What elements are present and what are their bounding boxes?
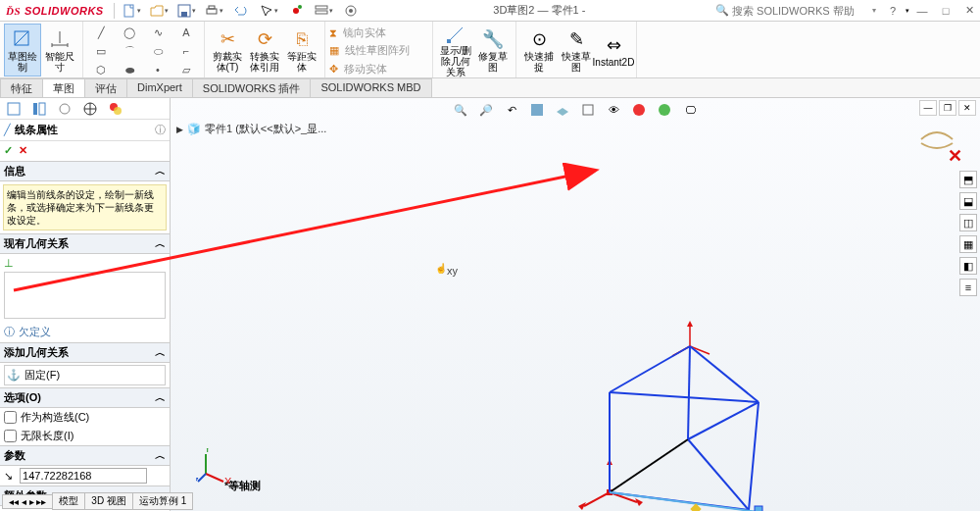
collapse-icon[interactable]: ︿ [155, 390, 166, 405]
help-button[interactable]: ? [882, 2, 904, 20]
section-view-button[interactable] [526, 100, 548, 120]
convert-button[interactable]: ⟳ 转换实 体引用 [246, 24, 283, 77]
slot-tool[interactable]: ⬬ [116, 61, 143, 78]
options-button[interactable]: ▾ [311, 1, 336, 21]
side-btn-1[interactable]: ⬒ [959, 171, 977, 188]
vp-restore[interactable]: ❐ [939, 100, 956, 116]
infinite-checkbox[interactable]: 无限长度(I) [0, 427, 170, 445]
mirror-button[interactable]: 镜向实体 [343, 26, 386, 40]
side-btn-5[interactable]: ◧ [959, 257, 977, 275]
smart-dimension-button[interactable]: 智能尺 寸 [41, 24, 78, 77]
rapid-sketch-button[interactable]: ✎ 快速草 图 [558, 24, 595, 77]
display-relations-button[interactable]: 显示/删 除几何 关系 [437, 24, 474, 77]
circle-tool[interactable]: ◯ [116, 24, 143, 41]
breadcrumb-arrow[interactable]: ▶ [176, 125, 183, 134]
open-button[interactable]: ▾ [146, 1, 172, 21]
panel-tab-config[interactable] [53, 99, 76, 119]
svg-rect-47 [755, 506, 762, 511]
panel-tab-feature-tree[interactable] [2, 99, 25, 119]
scene-button[interactable] [654, 100, 675, 120]
collapse-icon[interactable]: ︿ [155, 236, 166, 251]
arc-tool[interactable]: ⌒ [116, 42, 143, 60]
appearance-button[interactable] [628, 100, 650, 120]
view-orient-button[interactable] [552, 100, 573, 120]
breadcrumb-part[interactable]: 零件1 (默认<<默认>_显... [205, 122, 326, 136]
quick-snap-button[interactable]: ⊙ 快速捕 捉 [520, 24, 558, 77]
svg-text:X: X [224, 476, 231, 484]
tab-sketch[interactable]: 草图 [42, 78, 85, 97]
settings-button[interactable] [338, 1, 364, 21]
cancel-button[interactable]: ✕ [19, 144, 27, 158]
trim-button[interactable]: ✂ 剪裁实 体(T) [209, 24, 246, 77]
view-settings-button[interactable]: 🖵 [679, 100, 701, 120]
tab-dimxpert[interactable]: DimXpert [126, 78, 193, 97]
fillet-tool[interactable]: ⌐ [172, 42, 200, 60]
point-tool[interactable]: • [144, 61, 172, 78]
bottom-tab-motion[interactable]: 运动算例 1 [132, 492, 193, 510]
print-button[interactable]: ▾ [201, 1, 226, 21]
bottom-tab-3dview[interactable]: 3D 视图 [84, 492, 133, 510]
tab-addins[interactable]: SOLIDWORKS 插件 [192, 78, 312, 97]
spline-tool[interactable]: ∿ [144, 24, 172, 41]
length-icon: ↘ [0, 470, 13, 482]
rebuild-button[interactable] [283, 1, 309, 21]
panel-tab-property[interactable] [27, 99, 51, 119]
relations-list[interactable] [4, 272, 166, 319]
ok-button[interactable]: ✓ [4, 144, 13, 158]
exit-sketch-button[interactable]: 草图绘 制 [4, 24, 41, 77]
rect-tool[interactable]: ▭ [87, 42, 115, 60]
side-btn-6[interactable]: ≡ [959, 279, 977, 296]
tab-feature[interactable]: 特征 [0, 78, 43, 97]
minimize-button[interactable]: — [911, 2, 933, 20]
instant2d-button[interactable]: ⇔ Instant2D [595, 24, 632, 77]
new-button[interactable]: ▾ [119, 1, 144, 21]
help-icon[interactable]: ⓘ [155, 123, 166, 137]
zoom-fit-button[interactable]: 🔍 [450, 100, 471, 120]
text-tool[interactable]: A [172, 24, 200, 41]
bottom-nav-left[interactable]: ◂◂ ◂ ▸ ▸▸ [2, 494, 53, 509]
quick-access-toolbar: ▾ ▾ ▾ ▾ ▾ ▾ [119, 1, 364, 21]
offset-button[interactable]: ⎘ 等距实 体 [283, 24, 320, 77]
zoom-area-button[interactable]: 🔎 [475, 100, 497, 120]
construction-checkbox[interactable]: 作为构造线(C) [0, 408, 170, 427]
move-button[interactable]: 移动实体 [344, 62, 387, 77]
side-btn-3[interactable]: ◫ [959, 214, 977, 231]
collapse-icon[interactable]: ︿ [155, 164, 166, 179]
svg-point-23 [659, 104, 670, 116]
ellipse-tool[interactable]: ⬭ [144, 42, 172, 60]
select-button[interactable]: ▾ [256, 1, 281, 21]
vp-close[interactable]: ✕ [958, 100, 976, 116]
search-input[interactable] [732, 5, 869, 17]
panel-tab-appearance[interactable] [104, 99, 127, 119]
fix-relation-button[interactable]: ⚓固定(F) [4, 365, 166, 385]
undo-button[interactable] [228, 1, 254, 21]
collapse-icon[interactable]: ︿ [155, 345, 166, 360]
maximize-button[interactable]: □ [935, 2, 956, 20]
close-button[interactable]: ✕ [958, 2, 980, 20]
tab-mbd[interactable]: SOLIDWORKS MBD [310, 78, 431, 97]
bottom-tab-model[interactable]: 模型 [52, 492, 85, 510]
save-button[interactable]: ▾ [173, 1, 199, 21]
line-tool[interactable]: ╱ [87, 24, 115, 41]
side-btn-2[interactable]: ⬓ [959, 192, 977, 210]
svg-point-5 [293, 8, 299, 14]
graphics-viewport[interactable]: 🔍 🔎 ↶ 👁 🖵 — ❐ ✕ ▶ 🧊 零件1 (默认<<默认>_显... ✕ [171, 98, 980, 511]
repair-sketch-button[interactable]: 🔧 修复草 图 [474, 24, 512, 77]
display-style-button[interactable] [577, 100, 599, 120]
hide-show-button[interactable]: 👁 [603, 100, 624, 120]
side-btn-4[interactable]: ▦ [959, 235, 977, 253]
part-icon: 🧊 [187, 123, 201, 135]
close-sketch-icon[interactable]: ✕ [948, 145, 962, 167]
svg-rect-20 [531, 104, 543, 116]
panel-tab-dim[interactable] [78, 99, 102, 119]
prev-view-button[interactable]: ↶ [501, 100, 522, 120]
search-box[interactable]: 🔍 ▾ [715, 4, 876, 17]
tab-evaluate[interactable]: 评估 [84, 78, 127, 97]
collapse-icon[interactable]: ︿ [155, 448, 166, 463]
app-logo: ĎS SOLIDWORKS [0, 4, 110, 18]
vp-minimize[interactable]: — [919, 100, 937, 116]
plane-tool[interactable]: ▱ [172, 61, 200, 78]
length-input[interactable] [20, 468, 147, 484]
polygon-tool[interactable]: ⬡ [87, 61, 115, 78]
pattern-button[interactable]: 线性草图阵列 [345, 43, 410, 58]
